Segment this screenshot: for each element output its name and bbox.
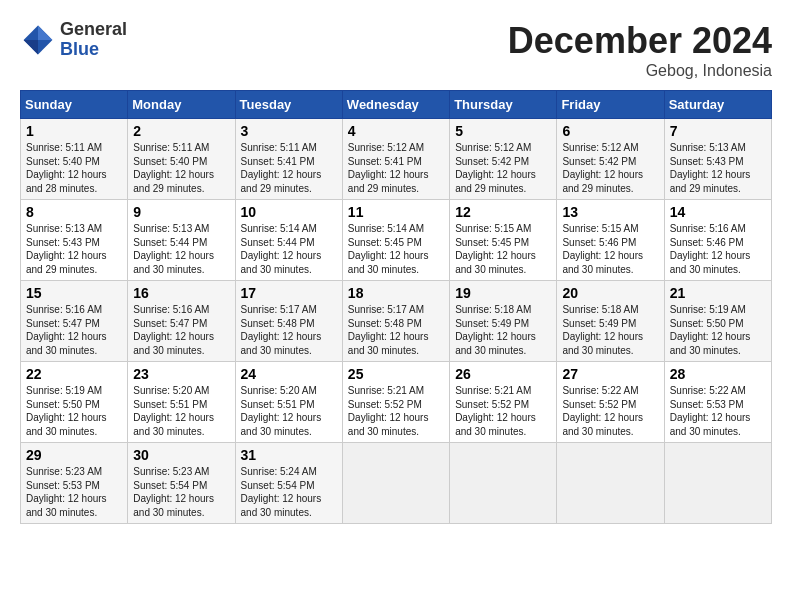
calendar-week-1: 1Sunrise: 5:11 AM Sunset: 5:40 PM Daylig…	[21, 119, 772, 200]
day-info: Sunrise: 5:12 AM Sunset: 5:41 PM Dayligh…	[348, 141, 444, 195]
calendar-cell: 19Sunrise: 5:18 AM Sunset: 5:49 PM Dayli…	[450, 281, 557, 362]
day-number: 9	[133, 204, 229, 220]
day-info: Sunrise: 5:17 AM Sunset: 5:48 PM Dayligh…	[348, 303, 444, 357]
day-number: 20	[562, 285, 658, 301]
month-title: December 2024	[508, 20, 772, 62]
calendar-cell	[664, 443, 771, 524]
day-number: 28	[670, 366, 766, 382]
header: General Blue December 2024 Gebog, Indone…	[20, 20, 772, 80]
calendar-cell: 6Sunrise: 5:12 AM Sunset: 5:42 PM Daylig…	[557, 119, 664, 200]
calendar-cell: 23Sunrise: 5:20 AM Sunset: 5:51 PM Dayli…	[128, 362, 235, 443]
day-number: 16	[133, 285, 229, 301]
day-number: 15	[26, 285, 122, 301]
weekday-header-friday: Friday	[557, 91, 664, 119]
calendar-cell: 17Sunrise: 5:17 AM Sunset: 5:48 PM Dayli…	[235, 281, 342, 362]
svg-marker-2	[24, 40, 38, 54]
weekday-header-sunday: Sunday	[21, 91, 128, 119]
calendar-cell: 7Sunrise: 5:13 AM Sunset: 5:43 PM Daylig…	[664, 119, 771, 200]
day-info: Sunrise: 5:15 AM Sunset: 5:46 PM Dayligh…	[562, 222, 658, 276]
day-number: 1	[26, 123, 122, 139]
calendar-week-2: 8Sunrise: 5:13 AM Sunset: 5:43 PM Daylig…	[21, 200, 772, 281]
calendar-cell: 31Sunrise: 5:24 AM Sunset: 5:54 PM Dayli…	[235, 443, 342, 524]
calendar-table: SundayMondayTuesdayWednesdayThursdayFrid…	[20, 90, 772, 524]
day-number: 24	[241, 366, 337, 382]
calendar-cell: 11Sunrise: 5:14 AM Sunset: 5:45 PM Dayli…	[342, 200, 449, 281]
day-info: Sunrise: 5:14 AM Sunset: 5:44 PM Dayligh…	[241, 222, 337, 276]
day-info: Sunrise: 5:13 AM Sunset: 5:44 PM Dayligh…	[133, 222, 229, 276]
day-number: 8	[26, 204, 122, 220]
day-number: 6	[562, 123, 658, 139]
day-number: 5	[455, 123, 551, 139]
day-number: 3	[241, 123, 337, 139]
day-number: 7	[670, 123, 766, 139]
day-number: 12	[455, 204, 551, 220]
calendar-cell: 9Sunrise: 5:13 AM Sunset: 5:44 PM Daylig…	[128, 200, 235, 281]
logo-icon	[20, 22, 56, 58]
calendar-cell	[342, 443, 449, 524]
day-info: Sunrise: 5:23 AM Sunset: 5:53 PM Dayligh…	[26, 465, 122, 519]
day-info: Sunrise: 5:12 AM Sunset: 5:42 PM Dayligh…	[455, 141, 551, 195]
weekday-header-thursday: Thursday	[450, 91, 557, 119]
day-info: Sunrise: 5:23 AM Sunset: 5:54 PM Dayligh…	[133, 465, 229, 519]
calendar-cell: 12Sunrise: 5:15 AM Sunset: 5:45 PM Dayli…	[450, 200, 557, 281]
day-number: 18	[348, 285, 444, 301]
calendar-cell: 22Sunrise: 5:19 AM Sunset: 5:50 PM Dayli…	[21, 362, 128, 443]
day-number: 13	[562, 204, 658, 220]
calendar-cell: 1Sunrise: 5:11 AM Sunset: 5:40 PM Daylig…	[21, 119, 128, 200]
weekday-header-saturday: Saturday	[664, 91, 771, 119]
calendar-cell: 16Sunrise: 5:16 AM Sunset: 5:47 PM Dayli…	[128, 281, 235, 362]
weekday-header-row: SundayMondayTuesdayWednesdayThursdayFrid…	[21, 91, 772, 119]
calendar-cell: 18Sunrise: 5:17 AM Sunset: 5:48 PM Dayli…	[342, 281, 449, 362]
day-info: Sunrise: 5:19 AM Sunset: 5:50 PM Dayligh…	[670, 303, 766, 357]
calendar-cell: 15Sunrise: 5:16 AM Sunset: 5:47 PM Dayli…	[21, 281, 128, 362]
calendar-cell: 3Sunrise: 5:11 AM Sunset: 5:41 PM Daylig…	[235, 119, 342, 200]
day-info: Sunrise: 5:18 AM Sunset: 5:49 PM Dayligh…	[455, 303, 551, 357]
calendar-cell: 4Sunrise: 5:12 AM Sunset: 5:41 PM Daylig…	[342, 119, 449, 200]
day-number: 25	[348, 366, 444, 382]
weekday-header-tuesday: Tuesday	[235, 91, 342, 119]
day-info: Sunrise: 5:22 AM Sunset: 5:53 PM Dayligh…	[670, 384, 766, 438]
day-number: 19	[455, 285, 551, 301]
day-info: Sunrise: 5:15 AM Sunset: 5:45 PM Dayligh…	[455, 222, 551, 276]
day-info: Sunrise: 5:19 AM Sunset: 5:50 PM Dayligh…	[26, 384, 122, 438]
day-info: Sunrise: 5:16 AM Sunset: 5:47 PM Dayligh…	[133, 303, 229, 357]
weekday-header-monday: Monday	[128, 91, 235, 119]
weekday-header-wednesday: Wednesday	[342, 91, 449, 119]
day-info: Sunrise: 5:18 AM Sunset: 5:49 PM Dayligh…	[562, 303, 658, 357]
day-info: Sunrise: 5:13 AM Sunset: 5:43 PM Dayligh…	[670, 141, 766, 195]
day-info: Sunrise: 5:16 AM Sunset: 5:46 PM Dayligh…	[670, 222, 766, 276]
day-number: 31	[241, 447, 337, 463]
day-info: Sunrise: 5:21 AM Sunset: 5:52 PM Dayligh…	[348, 384, 444, 438]
calendar-cell: 13Sunrise: 5:15 AM Sunset: 5:46 PM Dayli…	[557, 200, 664, 281]
day-info: Sunrise: 5:14 AM Sunset: 5:45 PM Dayligh…	[348, 222, 444, 276]
calendar-cell: 27Sunrise: 5:22 AM Sunset: 5:52 PM Dayli…	[557, 362, 664, 443]
svg-marker-1	[38, 25, 52, 39]
calendar-cell: 30Sunrise: 5:23 AM Sunset: 5:54 PM Dayli…	[128, 443, 235, 524]
day-number: 17	[241, 285, 337, 301]
calendar-cell: 8Sunrise: 5:13 AM Sunset: 5:43 PM Daylig…	[21, 200, 128, 281]
logo: General Blue	[20, 20, 127, 60]
calendar-cell	[450, 443, 557, 524]
calendar-cell: 28Sunrise: 5:22 AM Sunset: 5:53 PM Dayli…	[664, 362, 771, 443]
day-info: Sunrise: 5:11 AM Sunset: 5:40 PM Dayligh…	[133, 141, 229, 195]
day-info: Sunrise: 5:24 AM Sunset: 5:54 PM Dayligh…	[241, 465, 337, 519]
day-number: 30	[133, 447, 229, 463]
calendar-cell: 5Sunrise: 5:12 AM Sunset: 5:42 PM Daylig…	[450, 119, 557, 200]
day-info: Sunrise: 5:22 AM Sunset: 5:52 PM Dayligh…	[562, 384, 658, 438]
day-info: Sunrise: 5:20 AM Sunset: 5:51 PM Dayligh…	[133, 384, 229, 438]
day-info: Sunrise: 5:17 AM Sunset: 5:48 PM Dayligh…	[241, 303, 337, 357]
calendar-week-4: 22Sunrise: 5:19 AM Sunset: 5:50 PM Dayli…	[21, 362, 772, 443]
calendar-cell: 24Sunrise: 5:20 AM Sunset: 5:51 PM Dayli…	[235, 362, 342, 443]
day-number: 26	[455, 366, 551, 382]
day-number: 11	[348, 204, 444, 220]
day-info: Sunrise: 5:11 AM Sunset: 5:40 PM Dayligh…	[26, 141, 122, 195]
day-info: Sunrise: 5:11 AM Sunset: 5:41 PM Dayligh…	[241, 141, 337, 195]
day-number: 4	[348, 123, 444, 139]
day-number: 23	[133, 366, 229, 382]
calendar-cell: 21Sunrise: 5:19 AM Sunset: 5:50 PM Dayli…	[664, 281, 771, 362]
title-area: December 2024 Gebog, Indonesia	[508, 20, 772, 80]
day-info: Sunrise: 5:12 AM Sunset: 5:42 PM Dayligh…	[562, 141, 658, 195]
day-number: 29	[26, 447, 122, 463]
day-info: Sunrise: 5:20 AM Sunset: 5:51 PM Dayligh…	[241, 384, 337, 438]
day-info: Sunrise: 5:16 AM Sunset: 5:47 PM Dayligh…	[26, 303, 122, 357]
